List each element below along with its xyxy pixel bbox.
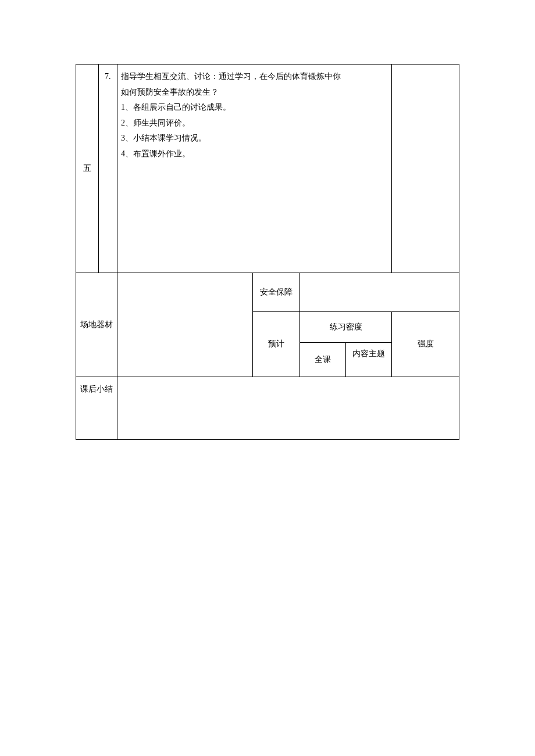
cell-full-class-label: 全课 (300, 343, 346, 377)
cell-duration: 7. (98, 65, 117, 273)
cell-notes-empty (392, 65, 459, 273)
text-duration: 7. (105, 72, 111, 81)
cell-venue-equipment-label: 场地器材 (76, 273, 117, 377)
content-line: 1、各组展示自己的讨论成果。 (121, 100, 388, 116)
cell-post-lesson-summary-content (117, 377, 459, 440)
table-row: 场地器材 安全保障 (76, 273, 459, 312)
lesson-plan-table: 五 7. 指导学生相互交流、讨论：通过学习，在今后的体育锻炼中你 如何预防安全事… (76, 64, 459, 440)
cell-safety-content (300, 273, 459, 312)
cell-activity-content: 指导学生相互交流、讨论：通过学习，在今后的体育锻炼中你 如何预防安全事故的发生？… (117, 65, 391, 273)
cell-section-number: 五 (76, 65, 99, 273)
text-safety: 安全保障 (260, 288, 293, 296)
cell-venue-equipment-content (117, 273, 252, 377)
content-line: 指导学生相互交流、讨论：通过学习，在今后的体育锻炼中你 (121, 69, 388, 85)
text-venue-equipment: 场地器材 (80, 320, 113, 329)
content-line: 如何预防安全事故的发生？ (121, 85, 388, 101)
cell-content-topic-label: 内容主题 (346, 343, 392, 377)
cell-safety-label: 安全保障 (253, 273, 300, 312)
text-section-number: 五 (83, 164, 91, 173)
table-row: 五 7. 指导学生相互交流、讨论：通过学习，在今后的体育锻炼中你 如何预防安全事… (76, 65, 459, 273)
cell-post-lesson-summary-label: 课后小结 (76, 377, 117, 440)
text-intensity: 强度 (418, 339, 434, 348)
text-content-topic: 内容主题 (352, 349, 385, 358)
text-practice-density: 练习密度 (330, 323, 362, 331)
text-forecast: 预计 (268, 339, 284, 348)
content-line: 4、布置课外作业。 (121, 146, 388, 162)
cell-practice-density-label: 练习密度 (300, 312, 392, 343)
cell-intensity-label: 强度 (392, 312, 459, 377)
text-post-lesson-summary: 课后小结 (80, 385, 113, 393)
table-row: 课后小结 (76, 377, 459, 440)
text-full-class: 全课 (315, 355, 331, 364)
content-line: 3、小结本课学习情况。 (121, 131, 388, 146)
cell-forecast-label: 预计 (253, 312, 300, 377)
content-line: 2、师生共同评价。 (121, 116, 388, 131)
